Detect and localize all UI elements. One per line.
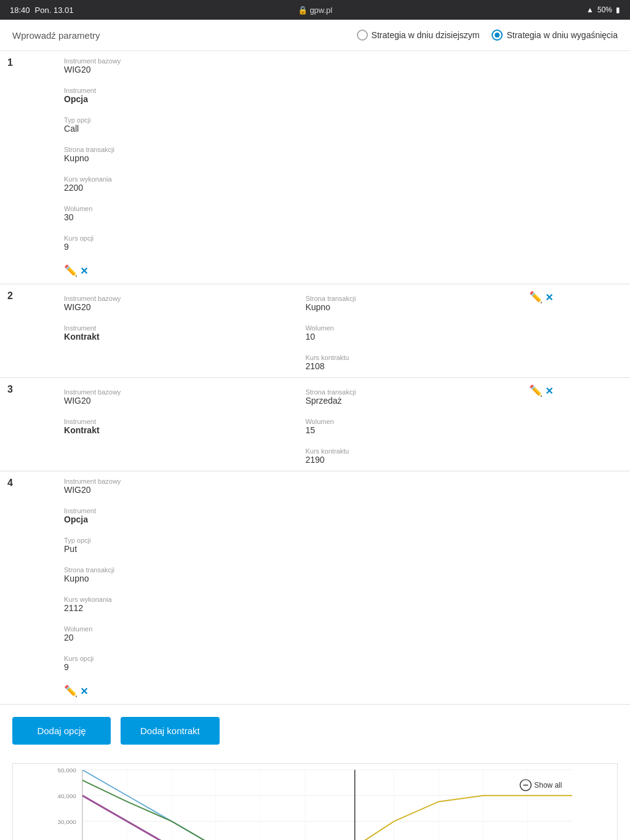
field-typ-opcji: Typ opcji Call bbox=[57, 110, 257, 140]
status-bar: 18:40 Pon. 13.01 🔒 gpw.pl ▲ 50% ▮ bbox=[0, 0, 630, 20]
table-row: 2 Instrument bazowy WIG20 Instrument Kon… bbox=[0, 284, 630, 378]
edit-icon[interactable]: ✏️ bbox=[529, 384, 543, 398]
field-instrument-bazowy: Instrument bazowy WIG20 bbox=[57, 51, 257, 81]
field-kurs-wykonania: Kurs wykonania 2200 bbox=[57, 169, 257, 199]
field-instrument-bazowy: Instrument bazowy WIG20 bbox=[57, 289, 257, 318]
status-icons: ▲ 50% ▮ bbox=[586, 6, 620, 14]
field-wolumen: Wolumen 30 bbox=[57, 199, 257, 228]
field-wolumen: Kurs kontraktu 2108 bbox=[298, 348, 480, 377]
field-wolumen: Wolumen 20 bbox=[57, 619, 257, 649]
radio-circle-today bbox=[357, 30, 368, 41]
radio-option-expiry[interactable]: Strategia w dniu wygaśnięcia bbox=[492, 30, 618, 41]
header: Wprowadź parametry Strategia w dniu dzis… bbox=[0, 20, 630, 51]
row-actions: ✏️ ✕ bbox=[522, 378, 630, 404]
radio-group: Strategia w dniu dzisiejszym Strategia w… bbox=[357, 30, 618, 41]
field-kurs-wykonania: Kurs wykonania 2112 bbox=[57, 590, 257, 619]
field-instrument-bazowy: Instrument bazowy WIG20 bbox=[57, 471, 257, 501]
field-instrument: Instrument Kontrakt bbox=[57, 412, 257, 441]
row-number: 1 bbox=[0, 51, 57, 284]
chart-container: Zysk/Ryzyko (PLN) 50,000 40,000 bbox=[0, 751, 630, 840]
svg-text:50,000: 50,000 bbox=[57, 767, 76, 774]
field-instrument: Instrument Kontrakt bbox=[57, 318, 257, 348]
delete-icon[interactable]: ✕ bbox=[80, 265, 88, 277]
field-wolumen: Kurs kontraktu 2190 bbox=[298, 441, 480, 471]
row-number: 3 bbox=[0, 378, 57, 471]
delete-icon[interactable]: ✕ bbox=[545, 385, 553, 397]
row-number: 2 bbox=[0, 284, 57, 378]
row-actions: ✏️ ✕ bbox=[57, 678, 257, 704]
svg-rect-0 bbox=[82, 770, 572, 840]
svg-text:Show all: Show all bbox=[534, 781, 562, 790]
radio-label-expiry: Strategia w dniu wygaśnięcia bbox=[506, 30, 618, 40]
table-row: 3 Instrument bazowy WIG20 Instrument Kon… bbox=[0, 378, 630, 471]
field-typ-opcji: Typ opcji Put bbox=[57, 530, 257, 560]
chart-svg: Zysk/Ryzyko (PLN) 50,000 40,000 bbox=[13, 764, 617, 840]
battery-icon: ▮ bbox=[616, 6, 620, 14]
instruments-table: 1 Instrument bazowy WIG20 Instrument Opc… bbox=[0, 51, 630, 705]
svg-text:40,000: 40,000 bbox=[57, 793, 76, 799]
field-kurs-opcji: Kurs opcji 9 bbox=[57, 228, 257, 258]
row-number: 4 bbox=[0, 471, 57, 705]
field-strona-transakcji: Strona transakcji Kupno bbox=[298, 289, 480, 318]
radio-circle-expiry bbox=[492, 30, 503, 41]
edit-icon[interactable]: ✏️ bbox=[529, 290, 543, 304]
battery-label: 50% bbox=[597, 6, 612, 14]
delete-icon[interactable]: ✕ bbox=[545, 292, 553, 303]
chart-wrapper: Zysk/Ryzyko (PLN) 50,000 40,000 bbox=[12, 763, 618, 840]
field-instrument-bazowy: Instrument bazowy WIG20 bbox=[57, 382, 257, 412]
field-kurs-opcji: Kurs opcji 9 bbox=[57, 649, 257, 678]
field-strona-transakcji: Strona transakcji Kupno bbox=[57, 140, 257, 169]
field-kurs-wykonania: Wolumen 10 bbox=[298, 318, 480, 348]
field-kurs-wykonania: Wolumen 15 bbox=[298, 412, 480, 441]
add-option-button[interactable]: Dodaj opcję bbox=[12, 717, 111, 745]
field-instrument: Instrument Opcja bbox=[57, 501, 257, 530]
radio-label-today: Strategia w dniu dzisiejszym bbox=[372, 30, 480, 40]
field-strona-transakcji: Strona transakcji Kupno bbox=[57, 560, 257, 590]
radio-option-today[interactable]: Strategia w dniu dzisiejszym bbox=[357, 30, 480, 41]
field-instrument: Instrument Opcja bbox=[57, 81, 257, 110]
row-actions: ✏️ ✕ bbox=[522, 284, 630, 310]
add-contract-button[interactable]: Dodaj kontrakt bbox=[121, 717, 220, 745]
delete-icon[interactable]: ✕ bbox=[80, 686, 88, 697]
edit-icon[interactable]: ✏️ bbox=[64, 684, 78, 698]
edit-icon[interactable]: ✏️ bbox=[64, 264, 78, 278]
row-actions: ✏️ ✕ bbox=[57, 258, 257, 284]
table-row: 4 Instrument bazowy WIG20 Instrument Opc… bbox=[0, 471, 630, 705]
buttons-row: Dodaj opcję Dodaj kontrakt bbox=[0, 705, 630, 751]
wifi-icon: ▲ bbox=[586, 6, 594, 14]
svg-text:30,000: 30,000 bbox=[57, 818, 76, 825]
status-time: 18:40 Pon. 13.01 bbox=[10, 6, 73, 15]
header-title: Wprowadź parametry bbox=[12, 30, 342, 41]
table-row: 1 Instrument bazowy WIG20 Instrument Opc… bbox=[0, 51, 630, 284]
url-bar: 🔒 gpw.pl bbox=[298, 6, 333, 15]
field-strona-transakcji: Strona transakcji Sprzedaż bbox=[298, 382, 480, 412]
